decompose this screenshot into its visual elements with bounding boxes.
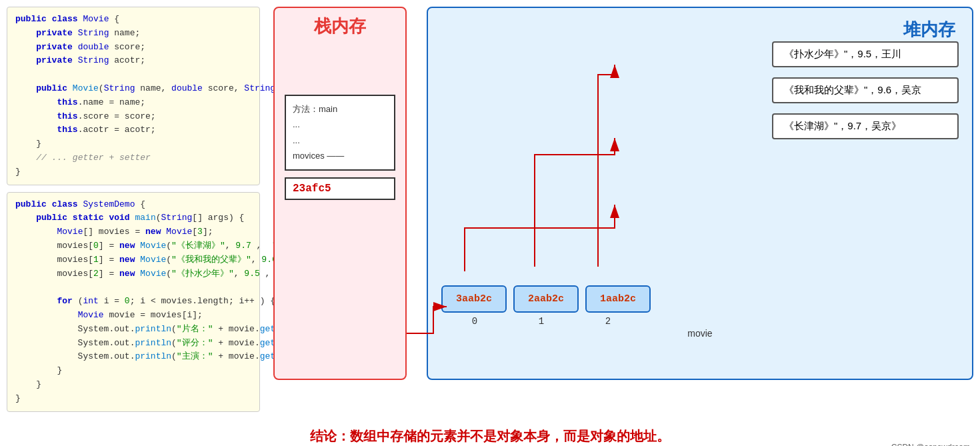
conclusion: 结论：数组中存储的元素并不是对象本身，而是对象的地址。 — [7, 422, 973, 446]
code-panels: public class Movie { private String name… — [7, 7, 260, 412]
array-indices: 0 1 2 — [441, 316, 959, 327]
array-section: 3aab2c 2aab2c 1aab2c 0 1 2 movie — [441, 285, 959, 339]
stack-memory: 栈内存 方法：main ... ... movices —— 23afc5 — [273, 7, 407, 380]
heap-title: 堆内存 — [435, 15, 965, 45]
stack-movices-label: movices —— — [293, 148, 387, 163]
array-cell-1: 2aab2c — [513, 285, 579, 313]
stack-method-label: 方法：main — [293, 101, 387, 117]
stack-dots-2: ... — [293, 133, 387, 148]
memory-area: 栈内存 方法：main ... ... movices —— 23afc5 堆内… — [273, 7, 973, 380]
watermark: CSDN @asnowdream — [891, 443, 970, 446]
top-area: public class Movie { private String name… — [7, 7, 973, 412]
stack-dots-1: ... — [293, 117, 387, 132]
array-index-0: 0 — [445, 316, 505, 327]
code-panel-1: public class Movie { private String name… — [7, 7, 260, 185]
array-index-1: 1 — [511, 316, 571, 327]
stack-title: 栈内存 — [275, 8, 405, 41]
array-label: movie — [441, 328, 959, 339]
stack-addr-box: 23afc5 — [285, 177, 395, 200]
array-boxes: 3aab2c 2aab2c 1aab2c — [441, 285, 959, 313]
heap-obj-0: 《扑水少年》"，9.5，王川 — [772, 41, 959, 67]
heap-objects: 《扑水少年》"，9.5，王川 《我和我的父辈》"，9.6，吴京 《长津湖》"，9… — [772, 41, 959, 139]
heap-obj-1: 《我和我的父辈》"，9.6，吴京 — [772, 77, 959, 103]
stack-frame: 方法：main ... ... movices —— — [285, 95, 395, 171]
array-index-2: 2 — [578, 316, 638, 327]
code-panel-2: public class SystemDemo { public static … — [7, 192, 260, 412]
main-container: public class Movie { private String name… — [0, 0, 980, 446]
array-cell-2: 1aab2c — [585, 285, 651, 313]
heap-obj-2: 《长津湖》"，9.7，吴京》 — [772, 113, 959, 139]
array-cell-0: 3aab2c — [441, 285, 507, 313]
heap-memory: 堆内存 《扑水少年》"，9.5，王川 《我和我的父辈》"，9.6，吴京 《长津湖… — [427, 7, 973, 380]
